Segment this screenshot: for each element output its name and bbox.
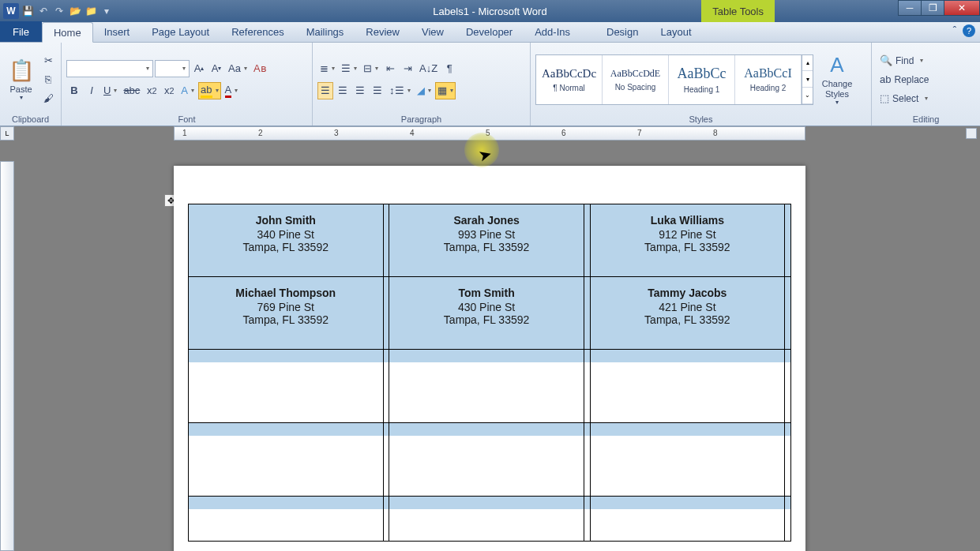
label-cell[interactable] [189,497,384,542]
word-app-icon[interactable]: W [3,3,19,19]
label-gap [383,277,389,350]
label-cell[interactable] [389,423,584,497]
justify-icon[interactable]: ☰ [370,82,385,99]
minimize-ribbon-icon[interactable]: ˆ [953,24,956,37]
bold-button[interactable]: B [66,82,82,99]
group-font: ▾ ▾ A▴ A▾ Aa▾ Aʙ B I U▾ abc x2 x2 A▾ ab▾… [62,43,313,126]
highlight-color-icon[interactable]: ab▾ [198,82,220,99]
label-cell[interactable]: Luka Williams 912 Pine St Tampa, FL 3359… [590,204,784,277]
tab-developer[interactable]: Developer [455,21,524,42]
title-bar: W 💾 ↶ ↷ 📂 📁 ▾ Labels1 - Microsoft Word T… [0,0,980,22]
file-tab[interactable]: File [0,21,42,42]
borders-icon[interactable]: ▦▾ [435,82,456,99]
print-icon[interactable]: 📁 [84,4,98,18]
style-heading-1[interactable]: AaBbCc Heading 1 [669,55,735,104]
text-effects-icon[interactable]: A▾ [178,82,197,99]
gallery-down-icon[interactable]: ▾ [802,71,813,88]
change-case-icon[interactable]: Aa▾ [226,60,250,77]
redo-icon[interactable]: ↷ [52,4,66,18]
undo-icon[interactable]: ↶ [36,4,51,18]
open-icon[interactable]: 📂 [68,4,82,18]
tab-add-ins[interactable]: Add-Ins [524,21,581,42]
align-left-icon[interactable]: ☰ [317,82,333,99]
tab-home[interactable]: Home [42,22,93,43]
window-controls: ─ ❐ ✕ [899,0,980,16]
label-cell[interactable] [590,350,784,423]
shrink-font-icon[interactable]: A▾ [208,60,224,77]
tab-view[interactable]: View [411,21,455,42]
label-cell[interactable] [389,350,584,423]
labels-table[interactable]: John Smith 340 Pine St Tampa, FL 33592 S… [188,204,791,542]
label-cell[interactable]: Tom Smith 430 Pine St Tampa, FL 33592 [389,277,584,350]
cut-icon[interactable]: ✂ [40,52,56,69]
increase-indent-icon[interactable]: ⇥ [400,60,415,77]
label-cell[interactable] [389,497,584,542]
multilevel-list-icon[interactable]: ⊟▾ [361,60,381,77]
gallery-up-icon[interactable]: ▴ [802,55,813,72]
horizontal-ruler[interactable]: 12345678 [174,126,805,141]
tab-selector[interactable]: L [0,126,14,141]
style-normal[interactable]: AaBbCcDc ¶ Normal [536,55,603,104]
underline-button[interactable]: U▾ [101,82,119,99]
tab-page-layout[interactable]: Page Layout [141,21,220,42]
font-name-combo[interactable]: ▾ [66,60,153,77]
line-spacing-icon[interactable]: ↕☰▾ [387,82,413,99]
clear-formatting-icon[interactable]: Aʙ [251,60,269,77]
align-center-icon[interactable]: ☰ [335,82,351,99]
view-ruler-toggle[interactable] [966,128,977,139]
numbering-icon[interactable]: ☰▾ [339,60,359,77]
tab-review[interactable]: Review [355,21,411,42]
label-cell[interactable]: John Smith 340 Pine St Tampa, FL 33592 [189,204,384,277]
ribbon: 📋 Paste ▾ ✂ ⎘ 🖌 Clipboard ▾ ▾ A▴ A▾ Aa▾ [0,43,980,126]
label-cell[interactable] [590,497,784,542]
paste-button[interactable]: 📋 Paste ▾ [5,49,37,111]
label-gap [383,423,389,497]
label-cell[interactable]: Michael Thompson 769 Pine St Tampa, FL 3… [189,277,384,350]
change-styles-button[interactable]: A Change Styles ▾ [817,49,858,111]
select-button[interactable]: ⬚Select▾ [877,90,933,107]
style-heading-2[interactable]: AaBbCcI Heading 2 [735,55,802,104]
vertical-ruler[interactable] [0,161,14,551]
close-button[interactable]: ✕ [944,0,980,16]
show-hide-icon[interactable]: ¶ [441,60,457,77]
label-gap [785,423,791,497]
tab-insert[interactable]: Insert [93,21,141,42]
superscript-button[interactable]: x2 [161,82,177,99]
tab-layout[interactable]: Layout [649,21,702,42]
quick-access-toolbar: W 💾 ↶ ↷ 📂 📁 ▾ [0,3,114,19]
font-size-combo[interactable]: ▾ [155,60,190,77]
label-cell[interactable]: Sarah Jones 993 Pine St Tampa, FL 33592 [389,204,584,277]
label-cell[interactable]: Tammy Jacobs 421 Pine St Tampa, FL 33592 [590,277,784,350]
sort-icon[interactable]: A↓Z [417,60,440,77]
label-cell[interactable] [189,350,384,423]
font-color-icon[interactable]: A▾ [223,82,241,99]
tab-references[interactable]: References [220,21,295,42]
minimize-button[interactable]: ─ [898,0,922,16]
align-right-icon[interactable]: ☰ [352,82,368,99]
restore-button[interactable]: ❐ [921,0,944,16]
styles-gallery[interactable]: AaBbCcDc ¶ Normal AaBbCcDdE No Spacing A… [535,54,813,105]
tab-mailings[interactable]: Mailings [295,21,355,42]
style-no-spacing[interactable]: AaBbCcDdE No Spacing [603,55,669,104]
replace-button[interactable]: abReplace [877,71,933,88]
format-painter-icon[interactable]: 🖌 [40,90,56,107]
document-area: ✥ John Smith 340 Pine St Tampa, FL 33592… [0,144,980,551]
copy-icon[interactable]: ⎘ [40,71,56,88]
label-cell[interactable] [189,423,384,497]
label-cell[interactable] [590,423,784,497]
shading-icon[interactable]: ◢▾ [415,82,434,99]
help-icon[interactable]: ? [963,24,975,37]
subscript-button[interactable]: x2 [144,82,160,99]
tab-design[interactable]: Design [595,21,649,42]
strikethrough-button[interactable]: abc [121,82,142,99]
qat-customize-icon[interactable]: ▾ [100,4,114,18]
save-icon[interactable]: 💾 [21,4,35,18]
bullets-icon[interactable]: ≣▾ [317,60,337,77]
find-button[interactable]: 🔍Find▾ [877,52,933,69]
decrease-indent-icon[interactable]: ⇤ [382,60,398,77]
italic-button[interactable]: I [84,82,100,99]
document-page[interactable]: John Smith 340 Pine St Tampa, FL 33592 S… [174,166,805,551]
select-icon: ⬚ [880,92,889,104]
gallery-more-icon[interactable]: ⌄ [802,88,813,104]
grow-font-icon[interactable]: A▴ [191,60,207,77]
